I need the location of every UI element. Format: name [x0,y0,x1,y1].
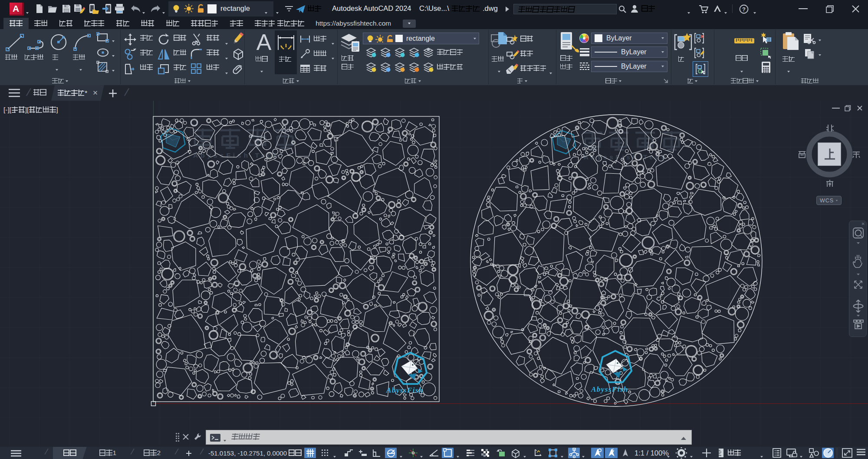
svg-text:AbyssFish: AbyssFish [591,385,628,393]
svg-text:A: A [256,31,272,55]
svg-text:AbyssFish: AbyssFish [386,386,424,394]
svg-text:?: ? [742,6,746,13]
